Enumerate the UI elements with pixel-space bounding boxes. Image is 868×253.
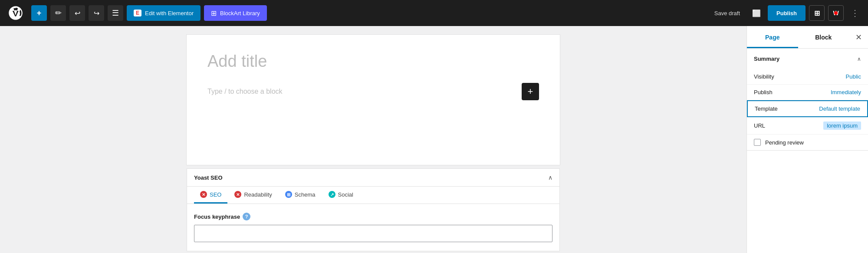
sidebar-close-button[interactable]: ✕ bbox=[849, 28, 868, 47]
visibility-row: Visibility Public bbox=[747, 69, 868, 85]
save-draft-button[interactable]: Save draft bbox=[709, 10, 745, 16]
add-block-toolbar-button[interactable]: + bbox=[31, 5, 47, 21]
summary-chevron-icon: ∧ bbox=[857, 56, 861, 62]
elementor-button[interactable]: E Edit with Elementor bbox=[127, 5, 201, 21]
wp-logo bbox=[5, 3, 26, 23]
view-button[interactable]: ⬜ bbox=[749, 5, 764, 21]
visibility-label: Visibility bbox=[754, 73, 774, 80]
menu-icon: ☰ bbox=[112, 8, 119, 18]
url-value[interactable]: lorem ipsum bbox=[823, 122, 861, 130]
redo-button[interactable]: ↪ bbox=[89, 5, 104, 21]
summary-title: Summary bbox=[754, 56, 779, 62]
blockart-button[interactable]: ⊞ BlockArt Library bbox=[204, 5, 267, 21]
seo-tab-label: SEO bbox=[210, 191, 221, 198]
sidebar-content: Summary ∧ Visibility Public Publish Imme… bbox=[747, 49, 868, 253]
yoast-collapse-icon: ∧ bbox=[548, 174, 552, 181]
settings-icon: ⊞ bbox=[814, 9, 820, 17]
blockart-icon: ⊞ bbox=[211, 9, 217, 17]
pending-review-checkbox[interactable] bbox=[754, 139, 761, 146]
elementor-icon: E bbox=[134, 10, 141, 16]
yoast-tab-seo[interactable]: ✕ SEO bbox=[194, 187, 227, 204]
social-tab-icon: ↗ bbox=[329, 191, 335, 198]
right-sidebar: Page Block ✕ Summary ∧ Visibility Public bbox=[746, 26, 868, 253]
undo-button[interactable]: ↩ bbox=[69, 5, 85, 21]
yoast-tab-social[interactable]: ↗ Social bbox=[322, 187, 359, 204]
pencil-icon: ✏ bbox=[55, 8, 62, 18]
add-block-inline-button[interactable]: + bbox=[522, 83, 539, 100]
help-icon[interactable]: ? bbox=[243, 213, 250, 220]
seo-tab-icon: ✕ bbox=[200, 191, 207, 198]
plus-inline-icon: + bbox=[528, 86, 533, 97]
yoast-header[interactable]: Yoast SEO ∧ bbox=[187, 169, 559, 187]
tab-page-label: Page bbox=[765, 34, 779, 41]
yoast-tab-readability[interactable]: ✕ Readability bbox=[228, 187, 278, 204]
tab-block-label: Block bbox=[815, 34, 832, 41]
editor-area: Add title Type / to choose a block + Yoa… bbox=[0, 26, 746, 253]
blockart-button-label: BlockArt Library bbox=[220, 10, 260, 16]
plus-icon: + bbox=[37, 9, 42, 18]
template-value[interactable]: Default template bbox=[819, 105, 860, 112]
post-title[interactable]: Add title bbox=[187, 35, 560, 79]
focus-keyphrase-label: Focus keyphrase ? bbox=[194, 213, 552, 220]
template-row: Template Default template bbox=[747, 100, 868, 117]
pending-review-row: Pending review bbox=[747, 135, 868, 150]
publish-row-label: Publish bbox=[754, 89, 773, 95]
more-options-button[interactable]: ⋮ bbox=[847, 5, 863, 21]
tools-button[interactable]: ✏ bbox=[50, 5, 66, 21]
social-tab-label: Social bbox=[338, 191, 353, 198]
publish-row: Publish Immediately bbox=[747, 85, 868, 100]
close-icon: ✕ bbox=[855, 33, 862, 42]
url-label: URL bbox=[754, 122, 765, 129]
pending-review-label: Pending review bbox=[765, 139, 804, 146]
settings-button[interactable]: ⊞ bbox=[809, 5, 825, 21]
editor-placeholder[interactable]: Type / to choose a block bbox=[207, 88, 283, 95]
template-label: Template bbox=[755, 105, 778, 112]
yoast-tabs: ✕ SEO ✕ Readability ⊞ Schema ↗ Social bbox=[187, 187, 559, 204]
tab-page[interactable]: Page bbox=[747, 26, 798, 48]
summary-section: Summary ∧ Visibility Public Publish Imme… bbox=[747, 49, 868, 151]
editor-body: Type / to choose a block + bbox=[187, 79, 560, 109]
focus-keyphrase-text: Focus keyphrase bbox=[194, 214, 240, 220]
save-draft-label: Save draft bbox=[714, 10, 740, 16]
visibility-value[interactable]: Public bbox=[846, 73, 861, 80]
schema-tab-icon: ⊞ bbox=[285, 191, 292, 198]
url-row: URL lorem ipsum bbox=[747, 117, 868, 135]
user-avatar[interactable]: W bbox=[828, 5, 844, 21]
publish-row-value[interactable]: Immediately bbox=[831, 89, 861, 95]
summary-header[interactable]: Summary ∧ bbox=[747, 49, 868, 69]
publish-label: Publish bbox=[776, 10, 797, 16]
toolbar: + ✏ ↩ ↪ ☰ E Edit with Elementor ⊞ BlockA… bbox=[0, 0, 868, 26]
undo-icon: ↩ bbox=[75, 9, 80, 17]
yoast-title: Yoast SEO bbox=[194, 174, 223, 181]
redo-icon: ↪ bbox=[94, 9, 99, 17]
notification-dot bbox=[834, 11, 838, 15]
yoast-seo-section: Yoast SEO ∧ ✕ SEO ✕ Readability ⊞ Schema… bbox=[187, 168, 560, 251]
ellipsis-icon: ⋮ bbox=[851, 8, 859, 18]
readability-tab-label: Readability bbox=[244, 191, 272, 198]
schema-tab-label: Schema bbox=[295, 191, 316, 198]
yoast-content: Focus keyphrase ? bbox=[187, 204, 559, 251]
publish-button[interactable]: Publish bbox=[768, 5, 806, 21]
document-overview-button[interactable]: ☰ bbox=[108, 5, 123, 21]
yoast-tab-schema[interactable]: ⊞ Schema bbox=[279, 187, 322, 204]
readability-tab-icon: ✕ bbox=[234, 191, 241, 198]
sidebar-header: Page Block ✕ bbox=[747, 26, 868, 49]
elementor-button-label: Edit with Elementor bbox=[145, 10, 194, 16]
monitor-icon: ⬜ bbox=[752, 9, 761, 17]
main-area: Add title Type / to choose a block + Yoa… bbox=[0, 26, 868, 253]
tab-block[interactable]: Block bbox=[798, 26, 849, 48]
editor-canvas: Add title Type / to choose a block + bbox=[187, 35, 560, 165]
keyphrase-input[interactable] bbox=[194, 225, 552, 242]
